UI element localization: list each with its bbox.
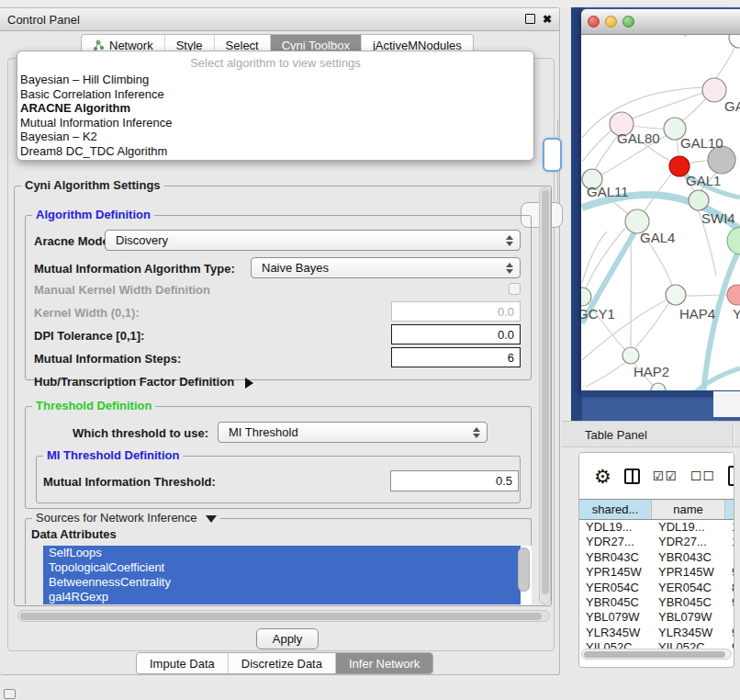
attributes-scrollbar[interactable] xyxy=(518,548,530,592)
table-cell: 9. xyxy=(725,595,734,610)
network-node[interactable] xyxy=(727,285,740,305)
network-node[interactable] xyxy=(622,347,639,364)
aracne-mode-combo[interactable]: Discovery xyxy=(105,230,521,251)
network-node-label: HAP2 xyxy=(633,364,669,379)
algorithm-item[interactable]: Dream8 DC_TDC Algorithm xyxy=(17,144,533,159)
settings-vscrollbar-thumb[interactable] xyxy=(542,190,549,594)
network-view-window[interactable]: GALGAL80GAL10GAL1GAL11SWI4GAL4GCY1HAP4YH… xyxy=(581,9,740,393)
kernel-width-value: 0.0 xyxy=(498,305,514,319)
network-node-label: GAL80 xyxy=(617,130,660,146)
algorithm-combo-fragment[interactable] xyxy=(543,138,562,172)
table-cell xyxy=(725,550,734,565)
unchecked-pair-icon[interactable]: ☐☐ xyxy=(690,469,715,483)
hub-definition-label: Hub/Transcription Factor Definition xyxy=(34,375,234,389)
collapse-arrow-icon[interactable] xyxy=(206,515,217,523)
network-node[interactable] xyxy=(729,35,740,48)
table-cell: YBR045C xyxy=(652,595,725,610)
network-node-label: GAL1 xyxy=(686,173,721,188)
close-traffic-light-icon[interactable] xyxy=(588,16,600,28)
table-row[interactable]: YBL079WYBL079W xyxy=(579,610,734,625)
table-hscrollbar[interactable] xyxy=(581,649,732,660)
column-header-shared...[interactable]: shared... xyxy=(579,500,652,519)
window-corner-notch xyxy=(713,391,740,417)
network-edge xyxy=(677,140,678,156)
sources-title[interactable]: Sources for Network Inference xyxy=(32,511,220,525)
settings-hscrollbar-thumb[interactable] xyxy=(20,613,542,620)
table-cell: YBR043C xyxy=(652,550,725,565)
network-node-label: GAL4 xyxy=(640,230,675,245)
network-node[interactable] xyxy=(581,288,591,306)
table-row[interactable]: YDR27...YDR27...12 xyxy=(579,535,734,549)
expand-arrow-icon[interactable] xyxy=(245,378,253,389)
minimize-traffic-light-icon[interactable] xyxy=(605,16,617,28)
mi-algorithm-type-value: Naive Bayes xyxy=(262,261,329,275)
network-edge-highlighted xyxy=(694,368,740,393)
network-node[interactable] xyxy=(727,227,740,254)
table-panel-header[interactable]: Table Panel xyxy=(562,421,740,447)
network-node[interactable] xyxy=(689,190,709,210)
mi-steps-label: Mutual Information Steps: xyxy=(34,352,181,366)
checked-pair-icon[interactable]: ☑☑ xyxy=(653,469,678,483)
settings-hscrollbar[interactable] xyxy=(17,610,550,622)
which-threshold-combo[interactable]: MI Threshold xyxy=(218,422,488,443)
algorithm-item[interactable]: Bayesian – K2 xyxy=(17,130,533,144)
table-rows: YDL19...YDL19...13YDR27...YDR27...12YBR0… xyxy=(579,520,734,649)
network-graph-canvas[interactable]: GALGAL80GAL10GAL1GAL11SWI4GAL4GCY1HAP4YH… xyxy=(581,35,740,393)
algorithm-item[interactable]: Bayesian – Hill Climbing xyxy=(17,73,533,87)
table-cell: 9. xyxy=(725,565,734,580)
hub-definition-toggle[interactable]: Hub/Transcription Factor Definition xyxy=(34,375,253,389)
mi-threshold-field[interactable]: 0.5 xyxy=(390,470,519,491)
table-row[interactable]: YIL052CYIL052C9 xyxy=(579,640,734,649)
manual-kernel-width-checkbox[interactable] xyxy=(509,283,521,295)
network-node[interactable] xyxy=(702,78,726,102)
aracne-mode-value: Discovery xyxy=(116,233,168,247)
mi-threshold-label: Mutual Information Threshold: xyxy=(43,475,216,489)
table-cell: YDL19... xyxy=(652,520,725,535)
page-icon[interactable] xyxy=(728,466,734,486)
settings-vscrollbar[interactable] xyxy=(539,187,551,604)
attribute-item[interactable]: SelfLoops xyxy=(43,546,521,560)
tab-infer-network[interactable]: Infer Network xyxy=(336,653,432,673)
data-attributes-list[interactable]: SelfLoopsTopologicalCoefficientBetweenne… xyxy=(43,546,532,604)
algorithm-item[interactable]: Basic Correlation Inference xyxy=(17,87,533,102)
algorithm-item[interactable]: Mutual Information Inference xyxy=(17,116,533,130)
table-row[interactable]: YER054CYER054C8. xyxy=(579,581,734,595)
network-node-label: HAP4 xyxy=(679,306,715,322)
table-row[interactable]: YLR345WYLR345W9. xyxy=(579,626,734,640)
docked-panel-icon[interactable] xyxy=(4,689,16,699)
bottom-tabbar: Impute DataDiscretize DataInfer Network xyxy=(136,652,433,674)
table-row[interactable]: YBR043CYBR043C xyxy=(579,550,734,565)
table-row[interactable]: YBR045CYBR045C9. xyxy=(579,595,734,610)
table-row[interactable]: YDL19...YDL19...13 xyxy=(579,520,734,535)
column-header-name[interactable]: name xyxy=(652,500,725,519)
table-row[interactable]: YPR145WYPR145W9. xyxy=(579,565,734,580)
gear-icon[interactable]: ⚙ xyxy=(594,467,611,486)
dpi-tolerance-field[interactable]: 0.0 xyxy=(391,324,521,344)
screen: Control Panel ✖ NetworkStyleSelectCyni T… xyxy=(0,0,740,700)
network-window-titlebar[interactable] xyxy=(581,9,740,35)
apply-button[interactable]: Apply xyxy=(256,628,319,649)
network-node[interactable] xyxy=(666,285,686,305)
algorithm-item[interactable]: ARACNE Algorithm xyxy=(17,101,533,116)
control-panel-titlebar[interactable]: Control Panel ✖ xyxy=(0,8,559,31)
kernel-width-field[interactable]: 0.0 xyxy=(391,301,521,322)
table-hscrollbar-thumb[interactable] xyxy=(584,651,725,658)
mi-steps-field[interactable]: 6 xyxy=(391,347,521,367)
tab-discretize-data[interactable]: Discretize Data xyxy=(229,653,336,673)
algorithm-popup-hint: Select algorithm to view settings xyxy=(17,56,533,73)
attribute-item[interactable]: gal4RGexp xyxy=(43,590,521,604)
column-header-clipped[interactable] xyxy=(725,500,734,519)
mi-threshold-value: 0.5 xyxy=(496,474,512,488)
network-edge xyxy=(715,48,734,79)
zoom-traffic-light-icon[interactable] xyxy=(622,16,634,28)
tab-impute-data[interactable]: Impute Data xyxy=(137,653,229,673)
cyni-algorithm-settings-title: Cyni Algorithm Settings xyxy=(21,178,164,192)
float-window-icon[interactable] xyxy=(525,14,535,24)
control-panel-title: Control Panel xyxy=(7,13,80,27)
split-pane-icon[interactable] xyxy=(624,469,640,484)
mi-steps-value: 6 xyxy=(508,351,514,365)
mi-algorithm-type-combo[interactable]: Naive Bayes xyxy=(251,257,521,278)
attribute-item[interactable]: TopologicalCoefficient xyxy=(43,560,521,575)
attribute-item[interactable]: BetweennessCentrality xyxy=(43,575,521,590)
close-icon[interactable]: ✖ xyxy=(543,14,552,25)
